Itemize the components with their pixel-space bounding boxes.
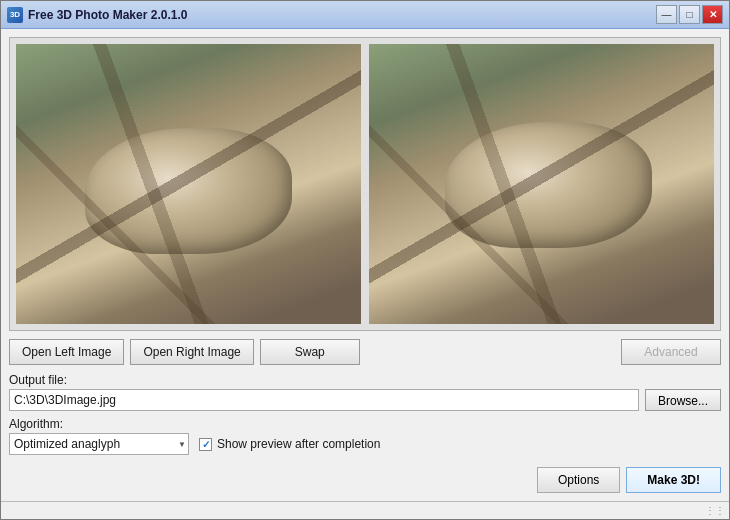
- make3d-button[interactable]: Make 3D!: [626, 467, 721, 493]
- checkbox-checkmark: ✓: [202, 439, 210, 450]
- bottom-buttons-row: Options Make 3D!: [9, 463, 721, 493]
- preview-checkbox-row: ✓ Show preview after completion: [199, 437, 380, 451]
- status-bar: ⋮⋮: [1, 501, 729, 519]
- main-content: Open Left Image Open Right Image Swap Ad…: [1, 29, 729, 501]
- action-buttons-row: Open Left Image Open Right Image Swap Ad…: [9, 339, 721, 365]
- title-controls: — □ ✕: [656, 5, 723, 24]
- algorithm-select[interactable]: Optimized anaglyph True anaglyph Gray an…: [9, 433, 189, 455]
- main-window: 3D Free 3D Photo Maker 2.0.1.0 — □ ✕: [0, 0, 730, 520]
- algorithm-row: Algorithm: Optimized anaglyph True anagl…: [9, 417, 721, 455]
- title-bar-left: 3D Free 3D Photo Maker 2.0.1.0: [7, 7, 187, 23]
- output-label: Output file:: [9, 373, 721, 387]
- output-row: Output file: Browse...: [9, 373, 721, 411]
- right-image-placeholder: [369, 44, 714, 324]
- left-image-panel: [16, 44, 361, 324]
- preview-label: Show preview after completion: [217, 437, 380, 451]
- algorithm-label: Algorithm:: [9, 417, 721, 431]
- status-grip: ⋮⋮: [705, 505, 725, 516]
- output-input-row: Browse...: [9, 389, 721, 411]
- swap-button[interactable]: Swap: [260, 339, 360, 365]
- close-button[interactable]: ✕: [702, 5, 723, 24]
- branch-overlay-left: [16, 44, 361, 324]
- algorithm-select-row: Optimized anaglyph True anaglyph Gray an…: [9, 433, 721, 455]
- window-title: Free 3D Photo Maker 2.0.1.0: [28, 8, 187, 22]
- open-left-button[interactable]: Open Left Image: [9, 339, 124, 365]
- form-section: Output file: Browse... Algorithm: Optimi…: [9, 373, 721, 455]
- output-input[interactable]: [9, 389, 639, 411]
- options-button[interactable]: Options: [537, 467, 620, 493]
- maximize-button[interactable]: □: [679, 5, 700, 24]
- open-right-button[interactable]: Open Right Image: [130, 339, 253, 365]
- title-bar: 3D Free 3D Photo Maker 2.0.1.0 — □ ✕: [1, 1, 729, 29]
- left-image-placeholder: [16, 44, 361, 324]
- image-area: [9, 37, 721, 331]
- advanced-button[interactable]: Advanced: [621, 339, 721, 365]
- preview-checkbox[interactable]: ✓: [199, 438, 212, 451]
- app-icon: 3D: [7, 7, 23, 23]
- minimize-button[interactable]: —: [656, 5, 677, 24]
- algorithm-select-wrapper: Optimized anaglyph True anaglyph Gray an…: [9, 433, 189, 455]
- browse-button[interactable]: Browse...: [645, 389, 721, 411]
- right-image-panel: [369, 44, 714, 324]
- app-icon-text: 3D: [10, 10, 20, 19]
- branch-overlay-right: [369, 44, 714, 324]
